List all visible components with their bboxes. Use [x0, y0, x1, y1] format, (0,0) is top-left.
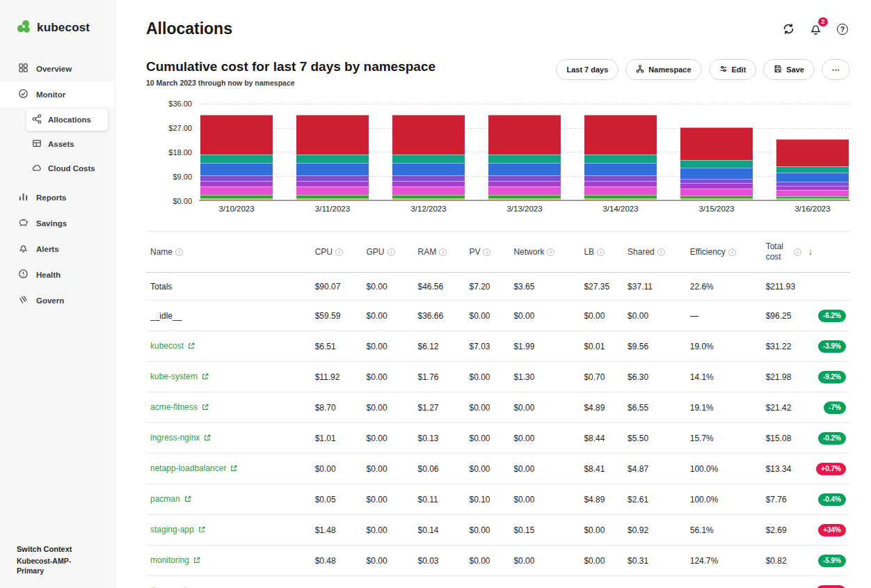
- date-range-button[interactable]: Last 7 days: [556, 59, 618, 80]
- bar-3/13/2023[interactable]: [488, 115, 561, 200]
- sidebar-item-health[interactable]: Health: [0, 262, 115, 287]
- bar-3/15/2023[interactable]: [680, 127, 753, 200]
- external-link-icon[interactable]: [202, 403, 209, 413]
- col-header-gpu[interactable]: GPUi: [362, 232, 414, 273]
- help-button[interactable]: ?: [835, 22, 850, 37]
- bar-3/11/2023[interactable]: [296, 115, 369, 200]
- bar-segment-__idle__[interactable]: [200, 115, 273, 154]
- col-header-shared[interactable]: Sharedi: [623, 232, 686, 273]
- sidebar-item-reports[interactable]: Reports: [0, 184, 115, 210]
- info-icon[interactable]: i: [483, 248, 490, 256]
- bar-segment-acme-fitness[interactable]: [488, 186, 561, 195]
- bar-segment-ingress-nginx[interactable]: [200, 181, 273, 187]
- namespace-link[interactable]: pacman: [150, 494, 180, 504]
- bar-segment-__idle__[interactable]: [392, 115, 465, 154]
- external-link-icon[interactable]: [230, 464, 237, 474]
- bar-segment-netapp-loadbalancer[interactable]: [584, 175, 657, 181]
- col-header-name[interactable]: Namei: [146, 232, 311, 273]
- external-link-icon[interactable]: [202, 372, 209, 382]
- bar-segment-kube-system[interactable]: [488, 154, 561, 163]
- bar-segment-acme-fitness[interactable]: [680, 189, 753, 196]
- namespace-link[interactable]: acme-fitness: [150, 402, 198, 412]
- save-button[interactable]: Save: [763, 59, 815, 80]
- external-link-icon[interactable]: [198, 525, 205, 535]
- col-header-ram[interactable]: RAMi: [413, 232, 465, 273]
- bar-segment-ingress-nginx[interactable]: [392, 181, 465, 187]
- namespace-link[interactable]: ingress-nginx: [150, 433, 200, 443]
- info-icon[interactable]: i: [597, 248, 605, 256]
- bar-segment-kube-system[interactable]: [296, 154, 369, 163]
- bar-segment-kubecost[interactable]: [296, 163, 369, 175]
- bar-segment-__idle__[interactable]: [296, 115, 369, 154]
- sidebar-item-govern[interactable]: Govern: [0, 287, 115, 313]
- bar-segment-kubecost[interactable]: [392, 163, 465, 175]
- external-link-icon[interactable]: [204, 434, 211, 443]
- col-header-total-cost[interactable]: Total costi↓: [762, 232, 850, 273]
- refresh-button[interactable]: [781, 22, 796, 37]
- sidebar-item-alerts[interactable]: Alerts: [0, 236, 115, 262]
- bar-segment-ingress-nginx[interactable]: [680, 183, 753, 189]
- info-icon[interactable]: i: [439, 248, 447, 256]
- bar-segment-kubecost[interactable]: [680, 168, 753, 179]
- bar-segment-kubecost[interactable]: [200, 163, 273, 175]
- bar-segment-kube-system[interactable]: [680, 160, 753, 168]
- namespace-link[interactable]: netapp-loadbalancer: [150, 463, 226, 473]
- namespace-link[interactable]: kubecost: [150, 341, 184, 351]
- more-options-button[interactable]: ⋯: [822, 59, 850, 80]
- bar-segment-kube-system[interactable]: [776, 166, 849, 173]
- info-icon[interactable]: i: [387, 248, 395, 256]
- col-header-lb[interactable]: LBi: [580, 232, 623, 273]
- bar-segment-kubecost[interactable]: [584, 163, 657, 175]
- bar-segment-acme-fitness[interactable]: [200, 186, 273, 195]
- bar-segment-acme-fitness[interactable]: [296, 186, 369, 195]
- info-icon[interactable]: i: [728, 248, 736, 256]
- bar-segment-__idle__[interactable]: [776, 139, 849, 166]
- namespace-link[interactable]: staging-app: [150, 525, 194, 534]
- info-icon[interactable]: i: [335, 248, 343, 256]
- bar-3/14/2023[interactable]: [584, 115, 657, 200]
- bar-segment-__idle__[interactable]: [584, 115, 657, 154]
- bar-segment-kube-system[interactable]: [584, 154, 657, 163]
- external-link-icon[interactable]: [184, 495, 191, 504]
- bar-segment-netapp-loadbalancer[interactable]: [680, 179, 753, 184]
- bar-segment-__idle__[interactable]: [680, 127, 753, 160]
- edit-button[interactable]: Edit: [709, 59, 757, 80]
- bar-segment-netapp-loadbalancer[interactable]: [200, 175, 273, 181]
- bar-segment-netapp-loadbalancer[interactable]: [488, 175, 561, 181]
- bar-segment-netapp-loadbalancer[interactable]: [392, 175, 465, 181]
- bar-segment-ingress-nginx[interactable]: [584, 181, 657, 187]
- info-icon[interactable]: i: [794, 248, 801, 256]
- external-link-icon[interactable]: [193, 556, 200, 566]
- sidebar-item-assets[interactable]: Assets: [26, 133, 108, 155]
- info-icon[interactable]: i: [175, 248, 183, 256]
- bar-segment-ingress-nginx[interactable]: [296, 181, 369, 187]
- bar-segment-kube-system[interactable]: [200, 154, 273, 163]
- col-header-efficiency[interactable]: Efficiencyi: [686, 232, 762, 273]
- bar-segment-acme-fitness[interactable]: [776, 190, 849, 196]
- notifications-button[interactable]: 2: [808, 22, 823, 37]
- sidebar-item-savings[interactable]: Savings: [0, 210, 115, 236]
- bar-segment-kubecost[interactable]: [776, 173, 849, 182]
- sidebar-item-monitor[interactable]: Monitor: [0, 81, 115, 107]
- namespace-link[interactable]: kube-system: [150, 372, 198, 381]
- namespace-link[interactable]: monitoring: [150, 555, 189, 565]
- col-header-cpu[interactable]: CPUi: [311, 232, 362, 273]
- kubecost-logo[interactable]: kubecost: [0, 0, 115, 51]
- bar-segment-kubecost[interactable]: [488, 163, 561, 175]
- bar-3/10/2023[interactable]: [200, 115, 273, 200]
- bar-3/12/2023[interactable]: [392, 115, 465, 200]
- sidebar-item-allocations[interactable]: Allocations: [26, 109, 108, 131]
- bar-segment-__idle__[interactable]: [488, 115, 561, 154]
- info-icon[interactable]: i: [657, 248, 665, 256]
- bar-segment-kube-system[interactable]: [392, 154, 465, 163]
- col-header-network[interactable]: Networki: [509, 232, 580, 273]
- col-header-pv[interactable]: PVi: [465, 232, 509, 273]
- bar-segment-acme-fitness[interactable]: [392, 186, 465, 195]
- aggregate-button[interactable]: Namespace: [625, 59, 701, 80]
- bar-segment-ingress-nginx[interactable]: [488, 181, 561, 187]
- sidebar-item-overview[interactable]: Overview: [0, 56, 115, 81]
- external-link-icon[interactable]: [188, 342, 195, 351]
- info-icon[interactable]: i: [547, 248, 554, 256]
- bar-3/16/2023[interactable]: [776, 139, 849, 200]
- context-switcher[interactable]: Switch Context Kubecost-AMP-Primary: [0, 545, 115, 588]
